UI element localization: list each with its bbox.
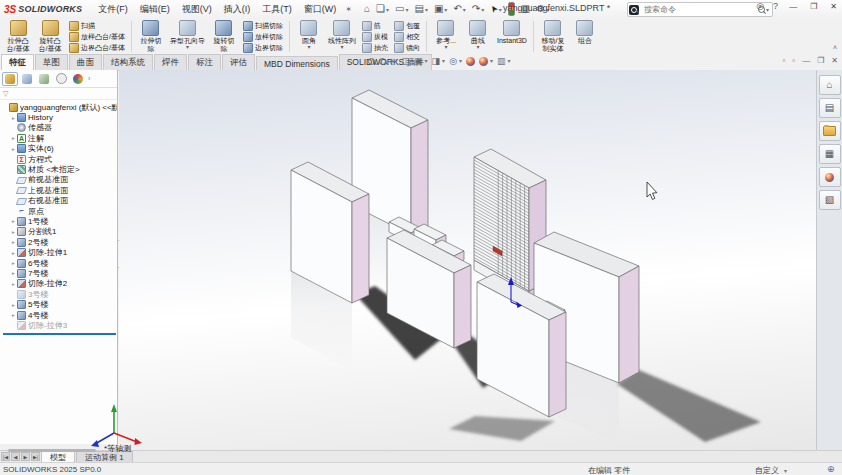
new-window-icon[interactable]: ▫ <box>782 56 785 65</box>
redo-button[interactable]: ↷▾ <box>470 2 486 16</box>
boundary-boss-base-button[interactable]: 边界凸台/基体 <box>69 43 125 52</box>
tree-item-10[interactable]: ⌐原点 <box>2 206 117 216</box>
tree-item-17[interactable]: ▸切除-拉伸2 <box>2 279 117 289</box>
instant3d-button[interactable]: Instant3D <box>494 19 530 54</box>
tab-结构系统[interactable]: 结构系统 <box>103 54 153 70</box>
revolved-cut-button[interactable]: 旋转切除 <box>208 19 240 54</box>
display-style-button[interactable]: ◨▾ <box>432 56 446 66</box>
previous-view-button[interactable]: ↩ <box>390 56 398 66</box>
account-icon[interactable]: ◎ <box>756 1 764 11</box>
panel-tabs-more-icon[interactable]: › <box>88 75 90 82</box>
restore-button[interactable]: ❐ <box>808 2 819 11</box>
pin-menu-icon[interactable]: ✶ <box>345 5 352 14</box>
tree-item-11[interactable]: ▸1号楼 <box>2 216 117 226</box>
zoom-to-fit-button[interactable] <box>368 58 375 65</box>
tab-nav-last-button[interactable]: ▶| <box>31 452 40 461</box>
swept-boss-base-button[interactable]: 扫描 <box>69 21 125 30</box>
close-button[interactable]: ✕ <box>828 2 839 11</box>
curves-button[interactable]: 曲线▾ <box>462 19 494 54</box>
menu-item-5[interactable]: 窗口(W) <box>298 3 343 16</box>
filter-funnel-icon[interactable]: ▽ <box>3 90 8 98</box>
view-settings-button[interactable]: ▥▾ <box>497 56 511 66</box>
tree-item-20[interactable]: ▸4号楼 <box>2 310 117 320</box>
configurationmanager-tab[interactable] <box>36 72 52 86</box>
fillet-button[interactable]: 圆角▾ <box>293 19 325 54</box>
expand-arrow-icon[interactable]: ▸ <box>10 270 17 276</box>
expand-arrow-icon[interactable]: ▸ <box>10 281 17 287</box>
expand-arrow-icon[interactable]: ▸ <box>10 302 17 308</box>
tree-item-8[interactable]: 上视基准面 <box>2 185 117 195</box>
search-box[interactable]: ▾ <box>627 2 773 17</box>
dimxpertmanager-tab[interactable] <box>53 72 69 86</box>
tree-item-5[interactable]: Σ方程式 <box>2 154 117 164</box>
tree-item-6[interactable]: 材质 <未指定> <box>2 164 117 174</box>
doc-tab-0[interactable]: 模型 <box>41 451 75 462</box>
print-button[interactable]: ▣▾ <box>432 2 449 16</box>
tree-item-12[interactable]: ▸分割线1 <box>2 227 117 237</box>
search-input[interactable] <box>642 4 758 15</box>
edit-appearance-button[interactable] <box>466 57 475 66</box>
minimize-doc-icon[interactable]: — <box>802 56 810 65</box>
boundary-cut-button[interactable]: 边界切除 <box>243 43 283 52</box>
select-tool-button[interactable]: ➤▾ <box>488 2 504 16</box>
tab-特征[interactable]: 特征 <box>1 54 34 70</box>
minimize-button[interactable]: — <box>787 2 799 11</box>
tab-曲面[interactable]: 曲面 <box>69 54 102 70</box>
home-tab-button[interactable]: ⌂ <box>819 75 841 95</box>
tree-item-19[interactable]: ▸5号楼 <box>2 299 117 309</box>
combine-button[interactable]: 组合 <box>569 19 601 54</box>
displaymanager-tab[interactable] <box>70 72 86 86</box>
menu-item-3[interactable]: 插入(I) <box>218 3 257 16</box>
rib-button[interactable]: 筋 <box>362 21 388 30</box>
shell-button[interactable]: 抽壳 <box>362 43 388 52</box>
zoom-to-area-button[interactable] <box>379 58 386 65</box>
expand-arrow-icon[interactable]: ▸ <box>10 312 17 318</box>
tab-草图[interactable]: 草图 <box>35 54 68 70</box>
custom-properties-button[interactable]: ▧ <box>819 190 841 210</box>
tree-item-2[interactable]: 传感器 <box>2 123 117 133</box>
tab-评估[interactable]: 评估 <box>222 54 255 70</box>
new-document-button[interactable]: ❏▾ <box>374 2 391 16</box>
swept-cut-button[interactable]: 扫描切除 <box>243 21 283 30</box>
wrap-button[interactable]: 包覆 <box>394 21 420 30</box>
tree-item-4[interactable]: ▸实体(6) <box>2 144 117 154</box>
expand-arrow-icon[interactable]: ▸ <box>10 218 17 224</box>
tree-item-18[interactable]: 3号楼 <box>2 289 117 299</box>
tree-item-9[interactable]: 右视基准面 <box>2 196 117 206</box>
propertymanager-tab[interactable] <box>19 72 35 86</box>
tab-MBD Dimensions[interactable]: MBD Dimensions <box>256 56 338 70</box>
extruded-boss-base-button[interactable]: 拉伸凸台/基体 <box>2 19 34 54</box>
view-orientation-button[interactable]: ▣▾ <box>414 56 428 66</box>
view-palette-button[interactable]: ▦ <box>819 144 841 164</box>
linear-pattern-button[interactable]: 线性阵列▾ <box>325 19 359 54</box>
reference-geometry-button[interactable]: 参考...▾ <box>430 19 462 54</box>
open-button[interactable]: ▭▾ <box>393 2 410 16</box>
design-library-button[interactable]: ▤ <box>819 98 841 118</box>
hole-wizard-button[interactable]: 异型孔向导▾ <box>167 19 208 54</box>
lofted-cut-button[interactable]: 放样切除 <box>243 32 283 41</box>
close-doc-icon[interactable]: ✕ <box>831 56 838 65</box>
menu-item-0[interactable]: 文件(F) <box>92 3 134 16</box>
panel-splitter-handle[interactable] <box>8 449 96 452</box>
tree-item-1[interactable]: ▸History <box>2 112 117 122</box>
expand-arrow-icon[interactable]: ▸ <box>10 146 17 152</box>
hide-show-items-button[interactable]: ◎▾ <box>449 56 462 66</box>
custom-toolbar-label[interactable]: 自定义 ▾ <box>755 465 787 475</box>
appearances-scenes-button[interactable] <box>819 167 841 187</box>
intersect-button[interactable]: 相交 <box>394 32 420 41</box>
expand-arrow-icon[interactable]: ▸ <box>10 239 17 245</box>
help-icon[interactable]: ? <box>773 1 778 11</box>
expand-arrow-icon[interactable]: ▸ <box>10 229 17 235</box>
lofted-boss-base-button[interactable]: 放样凸台/基体 <box>69 32 125 41</box>
restore-doc-icon[interactable]: ❐ <box>817 56 824 65</box>
featuremanager-tree-tab[interactable] <box>2 72 18 86</box>
menu-item-4[interactable]: 工具(T) <box>256 3 298 16</box>
move-copy-bodies-button[interactable]: 移动/复制实体 <box>537 19 569 54</box>
tab-nav-next-button[interactable]: ▶ <box>21 452 30 461</box>
tab-nav-prev-button[interactable]: ◀ <box>11 452 20 461</box>
tab-nav-first-button[interactable]: |◀ <box>1 452 10 461</box>
home-button[interactable]: ⌂ <box>362 2 372 16</box>
expand-arrow-icon[interactable]: ▸ <box>10 260 17 266</box>
tree-item-16[interactable]: ▸7号楼 <box>2 268 117 278</box>
tree-item-13[interactable]: ▸2号楼 <box>2 237 117 247</box>
